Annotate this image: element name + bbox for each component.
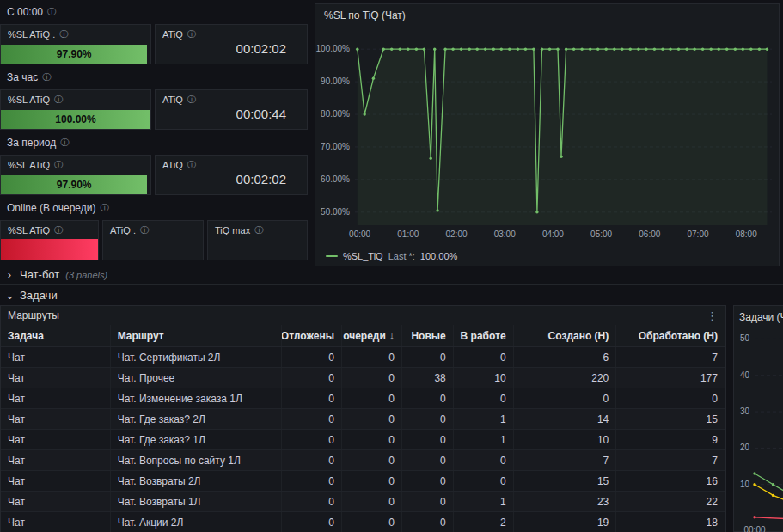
table-row: ЧатЧат. Прочее003810220177 [1,368,725,388]
section-label-text: С 00:00 [7,6,43,18]
table-cell: 0 [402,450,454,470]
info-icon[interactable]: ⓘ [187,30,196,39]
routes-table-panel: Маршруты ⋮ ЗадачаМаршрутОтложеныВ очеред… [0,305,726,532]
sl-gauge-bar: 97.90% [1,175,147,194]
info-icon[interactable]: ⓘ [47,8,56,16]
table-cell: 7 [514,450,617,470]
table-cell: 2 [454,512,514,532]
table-cell: 1 [454,430,514,449]
table-cell: 0 [342,512,402,532]
table-cell: Чат. Возвраты 2Л [111,471,282,491]
table-cell: Чат. Вопросы по сайту 1Л [111,450,282,470]
panel-menu-icon[interactable]: ⋮ [707,309,719,322]
svg-text:50: 50 [740,333,750,343]
tasks-chart[interactable]: 102030405000:00 [734,325,783,532]
table-header-row: ЗадачаМаршрутОтложеныВ очереди↓НовыеВ ра… [1,325,725,347]
svg-text:03:00: 03:00 [494,229,516,239]
table-cell: 0 [402,347,454,367]
table-cell: 0 [282,409,342,429]
sl-tiq-chart[interactable]: 50.00%60.00%70.00%80.00%90.00%100.00%00:… [315,25,779,247]
table-cell: 14 [514,409,617,429]
svg-text:00:00: 00:00 [743,525,765,532]
table-row: ЧатЧат. Возвраты 1Л00012322 [1,492,725,512]
table-cell: Чат [1,347,111,367]
table-cell: 19 [514,512,617,532]
table-cell: Чат [1,368,111,388]
table-cell: Чат [1,512,111,532]
legend-item-sl-tiq[interactable]: %SL_TiQ Last *: 100.00% [326,251,457,261]
row-title: Чат-бот [20,268,59,281]
atiq-value: 00:00:44 [236,107,286,121]
panel-title: ATiQ ⓘ [156,90,307,105]
table-cell: Чат [1,450,111,470]
info-icon[interactable]: ⓘ [54,226,63,235]
column-header-1[interactable]: Задача [1,325,111,346]
section-period: За период ⓘ [7,137,69,149]
svg-text:00:00: 00:00 [349,229,370,239]
table-cell: 0 [342,388,402,408]
svg-text:40: 40 [740,370,750,380]
stat-panel-sl-last-hour: %SL ATiQ ⓘ 100.00% [0,89,151,130]
sl-gauge-bar-red [1,239,98,260]
info-icon[interactable]: ⓘ [54,95,63,104]
info-icon[interactable]: ⓘ [42,73,51,82]
table-cell: 0 [282,388,342,408]
section-label-text: Online (В очереди) [7,202,95,214]
table-cell: 1 [454,492,514,511]
column-header-2[interactable]: Маршрут [111,325,282,346]
info-icon[interactable]: ⓘ [54,161,63,169]
table-cell: 177 [616,368,725,388]
panel-title-text: ATiQ [162,160,183,170]
stat-panel-sl-period: %SL ATiQ ⓘ 97.90% [0,155,151,195]
table-row: ЧатЧат. Где заказ? 2Л00011415 [1,409,725,430]
chart-title: %SL по TiQ (Чат) [315,4,779,23]
column-header-7[interactable]: Создано (Н) [514,325,617,346]
svg-text:90.00%: 90.00% [321,76,350,86]
info-icon[interactable]: ⓘ [100,204,108,212]
table-cell: 0 [454,388,514,408]
table-cell: 0 [402,471,454,491]
info-icon[interactable]: ⓘ [140,226,149,235]
table-cell: 0 [402,492,454,511]
info-icon[interactable]: ⓘ [254,226,263,235]
column-header-3[interactable]: Отложены [282,325,342,346]
table-cell: 0 [454,450,514,470]
panel-title: %SL ATiQ ⓘ [1,90,150,105]
table-cell: 0 [454,471,514,491]
sl-gauge-bar: 100.00% [1,110,150,129]
table-cell: 0 [282,512,342,532]
info-icon[interactable]: ⓘ [59,30,68,39]
table-cell: 0 [282,347,342,367]
sort-desc-icon: ↓ [389,330,395,342]
panel-title-text: %SL ATiQ . [8,29,55,40]
info-icon[interactable]: ⓘ [60,138,69,147]
table-cell: 10 [454,368,514,388]
column-header-6[interactable]: В работе [454,325,514,346]
table-cell: 38 [402,368,454,388]
table-cell: 0 [342,409,402,429]
table-panel-title: Маршруты [8,309,59,321]
table-cell: 23 [514,492,617,511]
stat-panel-atiq-period: ATiQ ⓘ 00:02:02 [155,155,308,195]
column-header-8[interactable]: Обработано (Н) [616,325,725,346]
column-header-5[interactable]: Новые [402,325,454,346]
svg-text:04:00: 04:00 [542,229,564,239]
table-cell: 18 [616,512,725,532]
row-toggle-chatbot[interactable]: › Чат-бот (3 panels) [5,268,107,281]
row-panel-count: (3 panels) [65,270,107,280]
column-header-4[interactable]: В очереди↓ [342,325,402,346]
tasks-chart-panel: Задачи (Ча 102030405000:00 [733,305,783,532]
svg-text:05:00: 05:00 [590,229,612,239]
legend-stat-label: Last *: [388,251,415,261]
row-divider [0,284,783,285]
svg-text:01:00: 01:00 [397,229,419,239]
table-cell: 220 [514,368,617,388]
stat-panel-tiq-max-online: TiQ max ⓘ [207,220,308,260]
row-toggle-tasks[interactable]: ⌄ Задачи [5,289,58,302]
table-row: ЧатЧат. Сертификаты 2Л000067 [1,347,725,368]
svg-text:10: 10 [740,480,750,489]
table-cell: 0 [342,450,402,470]
info-icon[interactable]: ⓘ [187,95,196,104]
table-cell: 7 [616,450,725,470]
info-icon[interactable]: ⓘ [187,161,196,169]
